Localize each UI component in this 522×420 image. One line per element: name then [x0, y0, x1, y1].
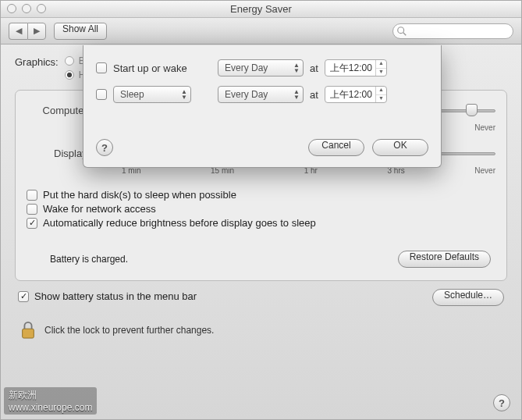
schedule-button[interactable]: Schedule…	[432, 289, 504, 306]
schedule-sheet: Start up or wake Every Day ▲▼ at 上午12:00…	[83, 45, 442, 168]
watermark: 新欧洲 www.xineurope.com	[4, 387, 97, 415]
harddisk-sleep-checkbox[interactable]	[27, 190, 37, 201]
sleep-frequency-popup[interactable]: Every Day ▲▼	[218, 86, 304, 103]
svg-line-1	[403, 32, 407, 35]
svg-point-0	[398, 27, 404, 33]
graphics-label: Graphics:	[15, 56, 59, 80]
wake-network-checkbox[interactable]	[27, 204, 37, 215]
sleep-type-popup[interactable]: Sleep ▲▼	[113, 86, 191, 103]
lock-text: Click the lock to prevent further change…	[44, 325, 214, 336]
auto-dim-checkbox[interactable]: ✓	[27, 218, 37, 229]
search-icon	[396, 26, 407, 37]
stepper-icon[interactable]: ▲▼	[375, 87, 386, 102]
show-battery-menubar-checkbox[interactable]: ✓	[18, 291, 29, 302]
close-window-button[interactable]	[7, 4, 16, 13]
sleep-checkbox[interactable]	[96, 89, 107, 100]
svg-rect-2	[23, 329, 34, 338]
titlebar: Energy Saver	[1, 1, 521, 18]
sleep-time-field[interactable]: 上午12:00 ▲▼	[325, 86, 387, 103]
nav-back-button[interactable]: ◀	[9, 23, 27, 40]
show-battery-menubar-label: Show battery status in the menu bar	[34, 290, 197, 302]
startup-wake-time-field[interactable]: 上午12:00 ▲▼	[325, 59, 387, 77]
restore-defaults-button[interactable]: Restore Defaults	[398, 251, 491, 268]
auto-dim-label: Automatically reduce brightness before d…	[43, 217, 316, 229]
at-label: at	[310, 62, 318, 74]
startup-wake-checkbox[interactable]	[96, 62, 107, 73]
sheet-help-button[interactable]: ?	[96, 139, 113, 156]
search-input[interactable]	[392, 23, 513, 39]
wake-network-label: Wake for network access	[43, 203, 156, 215]
lock-icon[interactable]	[20, 320, 37, 340]
toolbar: ◀ ▶ Show All	[1, 18, 521, 44]
ok-button[interactable]: OK	[372, 139, 428, 156]
startup-wake-label: Start up or wake	[113, 62, 187, 74]
zoom-window-button[interactable]	[37, 4, 46, 13]
cancel-button[interactable]: Cancel	[308, 139, 364, 156]
nav-forward-button[interactable]: ▶	[27, 23, 46, 40]
harddisk-sleep-label: Put the hard disk(s) to sleep when possi…	[43, 189, 236, 201]
battery-status-text: Battery is charged.	[31, 254, 128, 265]
help-button[interactable]: ?	[493, 394, 510, 411]
startup-wake-frequency-popup[interactable]: Every Day ▲▼	[218, 59, 304, 77]
show-all-button[interactable]: Show All	[54, 23, 107, 40]
stepper-icon[interactable]: ▲▼	[375, 60, 386, 76]
minimize-window-button[interactable]	[22, 4, 31, 13]
window-title: Energy Saver	[1, 1, 521, 18]
